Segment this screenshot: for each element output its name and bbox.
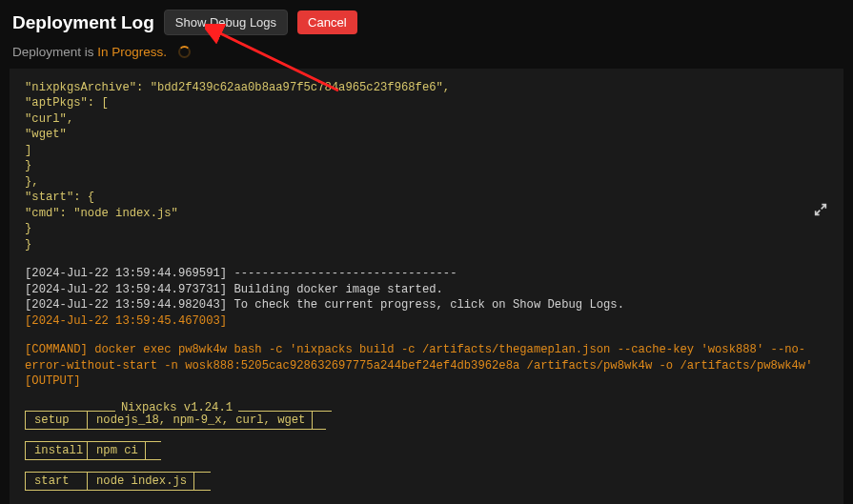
show-debug-logs-button[interactable]: Show Debug Logs bbox=[164, 10, 288, 35]
log-terminal: "nixpkgsArchive": "bdd2f439c62aa0b8aa97f… bbox=[10, 69, 843, 504]
log-line: [2024-Jul-22 13:59:44.982043] To check t… bbox=[25, 297, 828, 312]
status-prefix: Deployment is bbox=[12, 45, 97, 59]
log-line: } bbox=[25, 221, 828, 236]
log-line: "nixpkgsArchive": "bdd2f439c62aa0b8aa97f… bbox=[25, 80, 828, 95]
log-line: } bbox=[25, 158, 828, 173]
status-value: In Progress. bbox=[97, 45, 167, 59]
log-line: } bbox=[25, 237, 828, 252]
log-line: "wget" bbox=[25, 127, 828, 142]
log-line: "start": { bbox=[25, 190, 828, 205]
log-line: "curl", bbox=[25, 111, 828, 127]
log-output-label: [OUTPUT] bbox=[25, 373, 828, 389]
deployment-status: Deployment is In Progress. bbox=[0, 41, 853, 69]
cancel-button[interactable]: Cancel bbox=[297, 10, 356, 34]
nixpacks-row: startnode index.js bbox=[25, 473, 828, 490]
log-line: [2024-Jul-22 13:59:44.969591] ----------… bbox=[25, 266, 828, 281]
nixpacks-title: Nixpacks v1.24.1 bbox=[115, 400, 238, 415]
nixpacks-row: installnpm ci bbox=[25, 442, 828, 459]
log-line: [2024-Jul-22 13:59:44.973731] Building d… bbox=[25, 282, 828, 297]
log-timestamp-block: [2024-Jul-22 13:59:44.969591] ----------… bbox=[25, 266, 828, 312]
expand-icon[interactable] bbox=[813, 202, 828, 222]
page-title: Deployment Log bbox=[12, 12, 154, 33]
log-timestamp-only: [2024-Jul-22 13:59:45.467003] bbox=[25, 313, 828, 329]
log-json-block: "nixpkgsArchive": "bdd2f439c62aa0b8aa97f… bbox=[25, 80, 828, 252]
log-line: "aptPkgs": [ bbox=[25, 95, 828, 111]
log-line: "cmd": "node index.js" bbox=[25, 206, 828, 221]
log-command: [COMMAND] docker exec pw8wk4w bash -c 'n… bbox=[25, 342, 828, 373]
log-line: }, bbox=[25, 174, 828, 190]
nixpacks-box: Nixpacks v1.24.1 setupnodejs_18, npm-9_x… bbox=[25, 402, 828, 491]
spinner-icon bbox=[178, 46, 191, 58]
log-line: ] bbox=[25, 143, 828, 158]
